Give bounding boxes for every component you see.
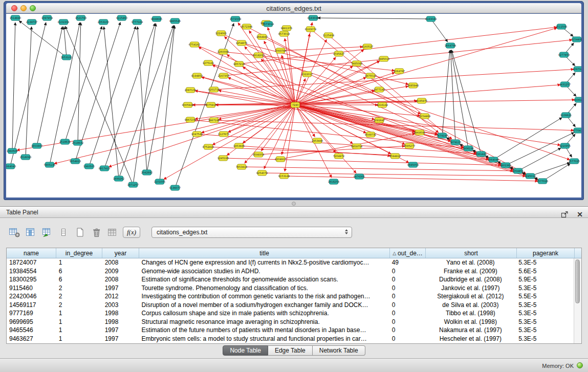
graph-node[interactable]: 1322017 [301, 72, 313, 77]
import-table-icon[interactable] [41, 226, 53, 238]
table-row[interactable]: 969969511998Structural magnetic resonanc… [7, 318, 574, 326]
graph-node[interactable]: 2516093 [20, 155, 31, 160]
graph-node[interactable]: 1770433 [573, 128, 581, 133]
tab-network-table[interactable]: Network Table [313, 345, 365, 356]
table-row[interactable]: 1830029562008Estimation of significance … [7, 275, 574, 284]
graph-node[interactable]: 9245012 [525, 173, 536, 179]
column-header-name[interactable]: name [7, 248, 56, 258]
graph-node[interactable]: 1664947 [256, 34, 268, 39]
graph-node[interactable]: 1245195 [217, 156, 229, 161]
graph-node[interactable]: 9861376 [281, 26, 292, 31]
graph-node[interactable]: 1431257 [559, 82, 571, 87]
graph-node[interactable]: 1160527 [362, 44, 373, 49]
tab-edge-table[interactable]: Edge Table [268, 345, 313, 356]
column-header-year[interactable]: year [102, 248, 139, 258]
graph-node[interactable]: 3867191 [208, 118, 220, 123]
graph-node[interactable]: 1097454 [41, 15, 53, 20]
graph-node[interactable]: 8679197 [437, 133, 448, 138]
graph-node[interactable]: 1577025 [569, 159, 580, 164]
graph-node[interactable]: 8959754 [351, 144, 362, 149]
graph-node[interactable]: 1453448 [312, 138, 323, 143]
function-builder-button[interactable]: f(x) [123, 227, 140, 238]
graph-node[interactable]: 9318203 [253, 53, 264, 58]
graph-node[interactable]: 9549731 [365, 132, 376, 137]
graph-node[interactable]: 1064043 [6, 164, 16, 169]
graph-node[interactable]: 8573014 [263, 21, 274, 27]
graph-node[interactable]: 7485013 [378, 56, 389, 61]
graph-node[interactable]: 3216142 [377, 102, 388, 107]
graph-node[interactable]: 1664794 [445, 43, 456, 48]
graph-node[interactable]: 7240 [291, 102, 300, 107]
graph-node[interactable]: 8599354 [253, 152, 264, 157]
table-mode-icon[interactable] [8, 226, 20, 238]
graph-node[interactable]: 1436143 [574, 97, 581, 102]
graph-node[interactable]: 1047542 [191, 132, 203, 137]
column-header-in-degree[interactable]: in_degree [56, 248, 102, 258]
graph-node[interactable]: 8969591 [414, 130, 425, 135]
graph-node[interactable]: 1125404 [323, 33, 334, 38]
graph-node[interactable]: 8573019 [278, 31, 290, 36]
graph-node[interactable]: 1224061 [215, 31, 227, 36]
network-canvas[interactable]: 7240915314492540727653414124519587524161… [6, 14, 581, 198]
graph-node[interactable]: 1521793 [75, 15, 86, 20]
table-row[interactable]: 946554611997Estimation of the future num… [7, 326, 574, 335]
graph-node[interactable]: 2204917 [275, 157, 286, 162]
tab-node-table[interactable]: Node Table [223, 345, 268, 356]
table-row[interactable]: 1456911722003Disruption of a novel membe… [7, 301, 574, 310]
graph-node[interactable]: 1577026 [537, 179, 548, 184]
graph-node[interactable]: 1097343 [573, 67, 581, 72]
graph-node[interactable]: 8752416 [203, 144, 214, 149]
column-header-short[interactable]: short [426, 248, 517, 258]
graph-node[interactable]: 7485083 [351, 61, 362, 66]
graph-node[interactable]: 2260088 [217, 49, 229, 54]
graph-node[interactable]: 1936196 [463, 146, 474, 151]
graph-node[interactable]: 1210355 [559, 143, 571, 148]
graph-node[interactable]: 9585277 [404, 143, 415, 148]
splitter-handle[interactable] [292, 202, 296, 206]
graph-node[interactable]: 1360506 [7, 148, 18, 154]
graph-node[interactable]: 9054913 [70, 159, 81, 164]
graph-node[interactable]: 7653414 [236, 164, 247, 169]
graph-node[interactable]: 9115460 [116, 15, 127, 20]
graph-node[interactable]: 8305922 [182, 102, 193, 107]
graph-node[interactable]: 2167355 [218, 73, 229, 78]
graph-node[interactable]: 6754162 [189, 42, 200, 47]
graph-node[interactable]: 2518632 [72, 140, 83, 145]
graph-node[interactable]: 2518631 [59, 139, 71, 144]
graph-node[interactable]: 9153144 [278, 173, 290, 179]
graph-node[interactable]: 9679115 [450, 140, 461, 145]
column-header-out-degree[interactable]: △ out_de… [390, 248, 426, 258]
graph-node[interactable]: 1595827 [333, 51, 344, 56]
graph-node[interactable]: 8131304 [58, 19, 69, 25]
graph-node[interactable]: 8594912 [389, 154, 401, 159]
graph-node[interactable]: 9277459 [558, 52, 570, 57]
new-file-icon[interactable] [74, 226, 86, 238]
delete-table-icon[interactable] [90, 226, 102, 238]
graph-node[interactable]: 1254876 [236, 40, 247, 46]
graph-node[interactable]: 8817413 [99, 166, 110, 171]
graph-node[interactable]: 9699695 [151, 16, 162, 21]
table-row[interactable]: 911546021997Tourette syndrome. Phenomeno… [7, 284, 574, 293]
graph-node[interactable]: 1360505 [83, 164, 95, 169]
graph-node[interactable]: 1875510 [365, 73, 376, 78]
graph-node[interactable]: 1106621 [560, 113, 572, 118]
graph-node[interactable]: 1154408 [571, 37, 581, 42]
graph-node[interactable]: 9136077 [169, 185, 181, 190]
graph-node[interactable]: 2042892 [141, 170, 153, 175]
graph-node[interactable]: 1101005 [154, 179, 165, 184]
network-view[interactable]: 7240915314492540727653414124519587524161… [6, 14, 581, 198]
graph-node[interactable]: 1977143 [374, 87, 385, 92]
graph-node[interactable]: 8183049 [425, 16, 437, 21]
graph-node[interactable]: 1918254 [328, 179, 339, 184]
graph-node[interactable]: 2053101 [61, 55, 72, 60]
graph-node[interactable]: 1801361 [500, 163, 511, 168]
scrollbar-thumb[interactable] [575, 259, 580, 303]
graph-node[interactable]: 8183074 [305, 27, 316, 32]
graph-node[interactable]: 1514840 [10, 15, 21, 20]
graph-node[interactable]: 9361420 [475, 151, 487, 157]
table-row[interactable]: 2242004622012Investigating the contribut… [7, 292, 574, 301]
graph-node[interactable]: 1685948 [407, 83, 419, 88]
graph-node[interactable]: 7204972 [333, 154, 344, 159]
graph-node[interactable]: 8201714 [208, 87, 220, 92]
graph-node[interactable]: 8183048 [308, 15, 319, 20]
